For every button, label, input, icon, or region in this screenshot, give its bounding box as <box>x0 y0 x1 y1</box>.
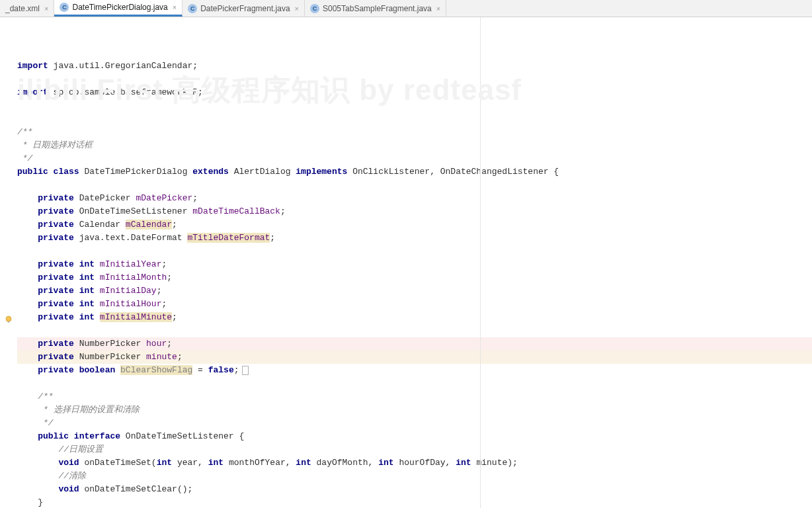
right-margin-line <box>480 17 481 508</box>
field-name: mInitialYear <box>100 259 162 269</box>
java-file-icon: C <box>188 4 197 13</box>
close-icon[interactable]: × <box>436 5 440 13</box>
javadoc-open: /** <box>38 392 53 402</box>
kw-int: int <box>79 273 100 282</box>
highlighted-line: private NumberPicker hour; <box>17 337 812 351</box>
semicolon: ; <box>192 193 198 203</box>
semicolon: ; <box>157 286 162 296</box>
field-name: bClearShowFlag <box>120 365 192 375</box>
super-class: AlertDialog <box>234 167 296 177</box>
kw-private: private <box>38 259 79 269</box>
interface-name: OnDateTimeSetListener <box>126 431 239 441</box>
kw-private: private <box>38 339 79 349</box>
semicolon: ; <box>270 233 275 243</box>
tab-datepickerfragment[interactable]: C DatePickerFragment.java × <box>183 0 305 17</box>
kw-private: private <box>38 365 79 375</box>
java-file-icon: C <box>310 4 319 13</box>
file-name: S005TabSampleFragment.java <box>323 4 432 13</box>
close-icon[interactable]: × <box>295 5 299 13</box>
class-name: DateTimePickerDialog <box>84 167 192 177</box>
kw-import: import <box>17 61 48 71</box>
kw-interface: interface <box>74 431 126 441</box>
param: monthOfYear, <box>229 458 296 468</box>
editor-tabs: _date.xml × C DateTimePickerDialog.java … <box>0 0 812 17</box>
line-comment: //日期设置 <box>58 444 103 454</box>
kw-int: int <box>208 458 229 468</box>
kw-int: int <box>456 458 476 468</box>
eq: = <box>192 365 208 375</box>
editor-area: ilibili First 高级程序知识 by redteasf import … <box>0 17 812 508</box>
javadoc-line: * 选择日期的设置和清除 <box>38 405 139 415</box>
kw-int: int <box>79 286 100 296</box>
kw-private: private <box>38 220 79 230</box>
file-name: _date.xml <box>5 4 40 13</box>
import-path: java.util.GregorianCalendar; <box>48 61 198 71</box>
tab-s005tabsamplefragment[interactable]: C S005TabSampleFragment.java × <box>305 0 446 17</box>
semicolon: ; <box>167 273 172 282</box>
param: year, <box>177 458 208 468</box>
semicolon: ; <box>172 312 177 322</box>
highlighted-line: private NumberPicker minute; <box>17 351 812 364</box>
caret <box>242 366 249 375</box>
kw-int: int <box>79 299 100 309</box>
kw-int: int <box>79 259 100 269</box>
field-type: DatePicker <box>79 193 136 203</box>
kw-private: private <box>38 193 79 203</box>
svg-rect-1 <box>8 321 10 323</box>
field-name: mDateTimeCallBack <box>192 206 280 216</box>
tab-datetimepickerdialog[interactable]: C DateTimePickerDialog.java × <box>54 0 183 17</box>
field-type: Calendar <box>79 220 126 230</box>
semicolon: ; <box>177 352 183 362</box>
field-name: mInitialMonth <box>100 273 167 282</box>
field-type: NumberPicker <box>79 352 146 362</box>
kw-private: private <box>38 233 79 243</box>
kw-private: private <box>38 206 79 216</box>
sig: (); <box>177 484 192 494</box>
field-name: minute <box>146 352 177 362</box>
semicolon: ; <box>167 339 172 349</box>
kw-int: int <box>79 312 100 322</box>
field-name: mDatePicker <box>136 193 192 203</box>
field-name: mInitialDay <box>100 286 157 296</box>
semicolon: ; <box>234 365 239 375</box>
kw-int: int <box>296 458 316 468</box>
line-comment: //清除 <box>58 471 86 481</box>
javadoc-close: */ <box>38 418 53 428</box>
lightbulb-icon[interactable] <box>4 315 13 324</box>
close-icon[interactable]: × <box>173 3 177 11</box>
kw-private: private <box>38 312 79 322</box>
kw-private: private <box>38 286 79 296</box>
java-file-icon: C <box>60 3 69 12</box>
field-name: mTitleDateFormat <box>187 233 270 243</box>
kw-public: public <box>38 431 74 441</box>
kw-public: public <box>17 167 54 177</box>
field-name: hour <box>146 339 167 349</box>
close-icon[interactable]: × <box>44 5 48 13</box>
semicolon: ; <box>161 299 167 309</box>
code-editor[interactable]: ilibili First 高级程序知识 by redteasf import … <box>17 17 812 508</box>
field-type: NumberPicker <box>79 339 146 349</box>
field-type: java.text.DateFormat <box>79 233 188 243</box>
brace: { <box>239 431 244 441</box>
kw-private: private <box>38 299 79 309</box>
kw-boolean: boolean <box>79 365 120 375</box>
javadoc-open: /** <box>17 127 32 137</box>
method-name: onDateTimeSet <box>84 458 151 468</box>
tab-date-xml[interactable]: _date.xml × <box>0 0 54 17</box>
gutter <box>0 17 17 508</box>
kw-extends: extends <box>192 167 233 177</box>
field-name: mCalendar <box>126 220 172 230</box>
import-path: sp.co.sample.baseframework.R; <box>48 87 203 97</box>
kw-int: int <box>157 458 177 468</box>
paren: ( <box>151 458 157 468</box>
kw-private: private <box>38 352 79 362</box>
semicolon: ; <box>161 259 167 269</box>
kw-implements: implements <box>296 167 352 177</box>
brace-close: } <box>38 497 43 507</box>
kw-private: private <box>38 273 79 282</box>
file-name: DateTimePickerDialog.java <box>72 3 167 12</box>
param: dayOfMonth, <box>317 458 379 468</box>
param: hourOfDay, <box>399 458 456 468</box>
svg-point-0 <box>6 316 11 321</box>
kw-class: class <box>54 167 85 177</box>
